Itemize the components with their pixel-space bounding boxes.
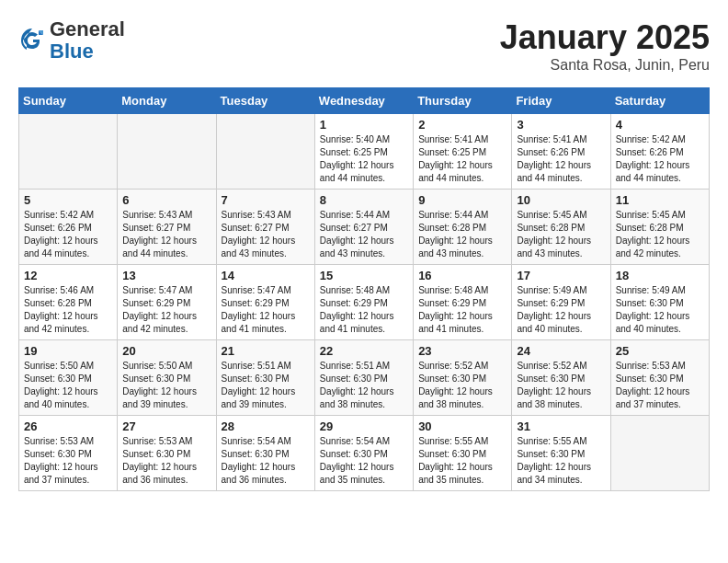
calendar-title: January 2025 (500, 18, 710, 57)
calendar-cell: 2Sunrise: 5:41 AM Sunset: 6:25 PM Daylig… (414, 114, 512, 190)
day-number: 30 (418, 419, 506, 433)
day-number: 29 (320, 419, 408, 433)
day-info: Sunrise: 5:49 AM Sunset: 6:30 PM Dayligh… (616, 284, 704, 336)
calendar-cell: 20Sunrise: 5:50 AM Sunset: 6:30 PM Dayli… (118, 340, 216, 416)
week-row-1: 1Sunrise: 5:40 AM Sunset: 6:25 PM Daylig… (19, 114, 710, 190)
weekday-header-sunday: Sunday (19, 88, 118, 114)
weekday-header-friday: Friday (512, 88, 610, 114)
day-number: 15 (320, 269, 408, 282)
calendar-cell: 13Sunrise: 5:47 AM Sunset: 6:29 PM Dayli… (118, 265, 216, 340)
calendar-cell: 10Sunrise: 5:45 AM Sunset: 6:28 PM Dayli… (512, 190, 610, 265)
day-number: 7 (222, 193, 310, 207)
weekday-header-thursday: Thursday (414, 88, 512, 114)
day-number: 8 (320, 193, 408, 207)
calendar-subtitle: Santa Rosa, Junin, Peru (500, 57, 710, 74)
calendar-cell: 5Sunrise: 5:42 AM Sunset: 6:26 PM Daylig… (19, 190, 118, 265)
day-number: 24 (517, 344, 605, 358)
week-row-2: 5Sunrise: 5:42 AM Sunset: 6:26 PM Daylig… (19, 190, 710, 265)
day-number: 5 (24, 193, 112, 207)
day-number: 28 (222, 419, 310, 433)
day-info: Sunrise: 5:53 AM Sunset: 6:30 PM Dayligh… (616, 360, 704, 411)
day-info: Sunrise: 5:47 AM Sunset: 6:29 PM Dayligh… (222, 284, 310, 336)
day-number: 6 (122, 193, 210, 207)
day-info: Sunrise: 5:41 AM Sunset: 6:26 PM Dayligh… (517, 133, 605, 185)
day-number: 3 (517, 118, 605, 132)
logo-general-text: General (50, 17, 125, 40)
day-info: Sunrise: 5:50 AM Sunset: 6:30 PM Dayligh… (24, 360, 112, 411)
calendar-cell: 18Sunrise: 5:49 AM Sunset: 6:30 PM Dayli… (610, 265, 709, 340)
day-number: 17 (517, 269, 605, 282)
calendar-cell: 16Sunrise: 5:48 AM Sunset: 6:29 PM Dayli… (414, 265, 512, 340)
day-number: 12 (24, 269, 112, 282)
calendar-cell: 28Sunrise: 5:54 AM Sunset: 6:30 PM Dayli… (216, 416, 314, 491)
day-number: 27 (122, 419, 210, 433)
day-number: 1 (320, 118, 408, 132)
day-info: Sunrise: 5:51 AM Sunset: 6:30 PM Dayligh… (222, 360, 310, 411)
calendar-table: SundayMondayTuesdayWednesdayThursdayFrid… (18, 87, 710, 491)
day-number: 16 (418, 269, 506, 282)
calendar-cell: 29Sunrise: 5:54 AM Sunset: 6:30 PM Dayli… (314, 416, 413, 491)
weekday-header-monday: Monday (118, 88, 216, 114)
calendar-cell: 17Sunrise: 5:49 AM Sunset: 6:29 PM Dayli… (512, 265, 610, 340)
day-info: Sunrise: 5:50 AM Sunset: 6:30 PM Dayligh… (122, 360, 210, 411)
day-info: Sunrise: 5:43 AM Sunset: 6:27 PM Dayligh… (122, 209, 210, 260)
day-info: Sunrise: 5:44 AM Sunset: 6:28 PM Dayligh… (418, 209, 506, 260)
calendar-cell: 15Sunrise: 5:48 AM Sunset: 6:29 PM Dayli… (314, 265, 413, 340)
day-number: 19 (24, 344, 112, 358)
day-info: Sunrise: 5:52 AM Sunset: 6:30 PM Dayligh… (517, 360, 605, 411)
calendar-cell: 4Sunrise: 5:42 AM Sunset: 6:26 PM Daylig… (610, 114, 709, 190)
week-row-3: 12Sunrise: 5:46 AM Sunset: 6:28 PM Dayli… (19, 265, 710, 340)
day-info: Sunrise: 5:52 AM Sunset: 6:30 PM Dayligh… (418, 360, 506, 411)
page-header: General Blue January 2025 Santa Rosa, Ju… (18, 18, 710, 74)
day-number: 26 (24, 419, 112, 433)
day-info: Sunrise: 5:48 AM Sunset: 6:29 PM Dayligh… (418, 284, 506, 336)
calendar-cell: 14Sunrise: 5:47 AM Sunset: 6:29 PM Dayli… (216, 265, 314, 340)
calendar-cell: 9Sunrise: 5:44 AM Sunset: 6:28 PM Daylig… (414, 190, 512, 265)
calendar-cell (19, 114, 118, 190)
logo-icon (18, 27, 46, 54)
weekday-header-saturday: Saturday (610, 88, 709, 114)
weekday-header-tuesday: Tuesday (216, 88, 314, 114)
day-number: 13 (122, 269, 210, 282)
day-number: 21 (222, 344, 310, 358)
calendar-cell: 24Sunrise: 5:52 AM Sunset: 6:30 PM Dayli… (512, 340, 610, 416)
day-info: Sunrise: 5:41 AM Sunset: 6:25 PM Dayligh… (418, 133, 506, 185)
day-number: 11 (616, 193, 704, 207)
day-number: 25 (616, 344, 704, 358)
calendar-cell (216, 114, 314, 190)
calendar-cell: 1Sunrise: 5:40 AM Sunset: 6:25 PM Daylig… (314, 114, 413, 190)
day-info: Sunrise: 5:46 AM Sunset: 6:28 PM Dayligh… (24, 284, 112, 336)
title-block: January 2025 Santa Rosa, Junin, Peru (500, 18, 710, 74)
calendar-cell: 23Sunrise: 5:52 AM Sunset: 6:30 PM Dayli… (414, 340, 512, 416)
day-number: 14 (222, 269, 310, 282)
calendar-cell: 25Sunrise: 5:53 AM Sunset: 6:30 PM Dayli… (610, 340, 709, 416)
day-info: Sunrise: 5:49 AM Sunset: 6:29 PM Dayligh… (517, 284, 605, 336)
calendar-cell: 8Sunrise: 5:44 AM Sunset: 6:27 PM Daylig… (314, 190, 413, 265)
calendar-cell: 27Sunrise: 5:53 AM Sunset: 6:30 PM Dayli… (118, 416, 216, 491)
calendar-cell: 31Sunrise: 5:55 AM Sunset: 6:30 PM Dayli… (512, 416, 610, 491)
calendar-cell (610, 416, 709, 491)
day-info: Sunrise: 5:53 AM Sunset: 6:30 PM Dayligh… (122, 435, 210, 487)
calendar-cell: 11Sunrise: 5:45 AM Sunset: 6:28 PM Dayli… (610, 190, 709, 265)
day-info: Sunrise: 5:45 AM Sunset: 6:28 PM Dayligh… (517, 209, 605, 260)
calendar-cell: 12Sunrise: 5:46 AM Sunset: 6:28 PM Dayli… (19, 265, 118, 340)
day-info: Sunrise: 5:43 AM Sunset: 6:27 PM Dayligh… (222, 209, 310, 260)
day-number: 4 (616, 118, 704, 132)
day-number: 10 (517, 193, 605, 207)
day-info: Sunrise: 5:42 AM Sunset: 6:26 PM Dayligh… (24, 209, 112, 260)
day-info: Sunrise: 5:40 AM Sunset: 6:25 PM Dayligh… (320, 133, 408, 185)
day-info: Sunrise: 5:54 AM Sunset: 6:30 PM Dayligh… (320, 435, 408, 487)
day-number: 31 (517, 419, 605, 433)
calendar-cell: 22Sunrise: 5:51 AM Sunset: 6:30 PM Dayli… (314, 340, 413, 416)
week-row-4: 19Sunrise: 5:50 AM Sunset: 6:30 PM Dayli… (19, 340, 710, 416)
day-info: Sunrise: 5:55 AM Sunset: 6:30 PM Dayligh… (517, 435, 605, 487)
day-info: Sunrise: 5:45 AM Sunset: 6:28 PM Dayligh… (616, 209, 704, 260)
day-info: Sunrise: 5:53 AM Sunset: 6:30 PM Dayligh… (24, 435, 112, 487)
weekday-header-wednesday: Wednesday (314, 88, 413, 114)
calendar-cell: 26Sunrise: 5:53 AM Sunset: 6:30 PM Dayli… (19, 416, 118, 491)
calendar-cell: 6Sunrise: 5:43 AM Sunset: 6:27 PM Daylig… (118, 190, 216, 265)
day-info: Sunrise: 5:47 AM Sunset: 6:29 PM Dayligh… (122, 284, 210, 336)
day-number: 2 (418, 118, 506, 132)
day-info: Sunrise: 5:51 AM Sunset: 6:30 PM Dayligh… (320, 360, 408, 411)
logo-blue-text: Blue (50, 40, 94, 63)
